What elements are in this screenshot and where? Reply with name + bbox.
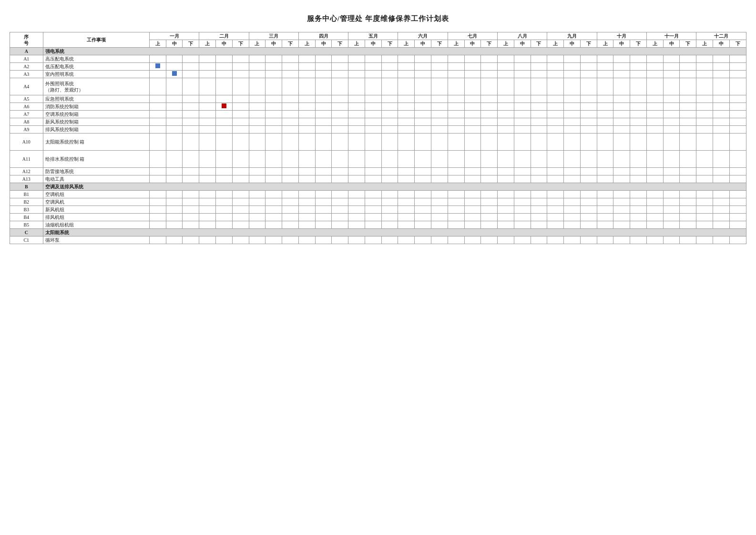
cell-m11-s2 <box>663 55 680 63</box>
label-B1: 空调机组 <box>43 191 149 198</box>
cell-m8-s1 <box>498 134 514 151</box>
cell-m9-s1 <box>547 78 564 95</box>
cell-m5-s3 <box>381 118 398 126</box>
cell-m9-s2 <box>564 103 581 111</box>
cell-m4-s3 <box>332 55 348 63</box>
cell-m10-s2 <box>613 221 630 229</box>
cell-m12-s1 <box>696 198 713 206</box>
cell-m5-s1 <box>348 103 365 111</box>
cell-m10-s1 <box>597 151 613 168</box>
header-month-3: 三月 <box>249 32 298 40</box>
cell-m4-s2 <box>315 55 332 63</box>
cell-m5-s1 <box>348 214 365 221</box>
cell-m11-s3 <box>680 221 696 229</box>
cell-m5-s1 <box>348 221 365 229</box>
cell-m12-s1 <box>696 214 713 221</box>
sub-12-1: 上 <box>696 40 713 48</box>
group-label-A: 强电系统 <box>43 48 746 55</box>
cell-m4-s3 <box>332 126 348 134</box>
cell-m4-s3 <box>332 78 348 95</box>
cell-m4-s1 <box>298 175 315 183</box>
group-row-A: A强电系统 <box>10 48 746 55</box>
cell-m4-s1 <box>298 198 315 206</box>
cell-m5-s2 <box>365 103 381 111</box>
cell-m11-s2 <box>663 71 680 78</box>
cell-m8-s3 <box>531 55 547 63</box>
cell-m4-s1 <box>298 95 315 103</box>
cell-m12-s3 <box>729 71 746 78</box>
cell-m7-s1 <box>448 198 464 206</box>
seq-A6: A6 <box>10 103 43 111</box>
cell-m4-s3 <box>332 71 348 78</box>
sub-7-1: 上 <box>448 40 464 48</box>
cell-m12-s1 <box>696 78 713 95</box>
cell-m3-s3 <box>282 95 299 103</box>
header-month-4: 四月 <box>298 32 348 40</box>
cell-m2-s1 <box>199 175 216 183</box>
cell-m8-s1 <box>498 111 514 118</box>
label-A4: 外围照明系统 （路灯、景观灯） <box>43 78 149 95</box>
cell-m12-s1 <box>696 191 713 198</box>
cell-m3-s2 <box>266 78 282 95</box>
cell-m6-s1 <box>398 78 415 95</box>
cell-m8-s3 <box>531 103 547 111</box>
cell-m9-s3 <box>580 63 597 71</box>
item-row-B5: B5油烟机组机组 <box>10 221 746 229</box>
seq-B3: B3 <box>10 206 43 214</box>
cell-m9-s2 <box>564 221 581 229</box>
seq-A12: A12 <box>10 168 43 175</box>
cell-m10-s3 <box>630 55 647 63</box>
cell-m6-s2 <box>415 63 431 71</box>
cell-m7-s1 <box>448 175 464 183</box>
cell-m6-s2 <box>415 221 431 229</box>
item-row-B3: B3新风机组 <box>10 206 746 214</box>
cell-m2-s3 <box>232 214 249 221</box>
cell-m9-s3 <box>580 151 597 168</box>
cell-m10-s1 <box>597 214 613 221</box>
cell-m12-s1 <box>696 118 713 126</box>
sub-5-3: 下 <box>381 40 398 48</box>
cell-m4-s3 <box>332 221 348 229</box>
cell-m9-s2 <box>564 95 581 103</box>
cell-m5-s1 <box>348 134 365 151</box>
cell-m9-s2 <box>564 206 581 214</box>
cell-m8-s2 <box>514 103 531 111</box>
cell-m7-s2 <box>464 237 481 244</box>
cell-m2-s2 <box>216 214 233 221</box>
cell-m2-s3 <box>232 118 249 126</box>
cell-m7-s3 <box>481 198 498 206</box>
cell-m7-s3 <box>481 237 498 244</box>
cell-m8-s1 <box>498 214 514 221</box>
cell-m11-s3 <box>680 191 696 198</box>
cell-m4-s3 <box>332 214 348 221</box>
cell-m5-s1 <box>348 168 365 175</box>
cell-m6-s2 <box>415 214 431 221</box>
cell-m6-s1 <box>398 206 415 214</box>
cell-m4-s2 <box>315 103 332 111</box>
cell-m6-s1 <box>398 118 415 126</box>
cell-m5-s1 <box>348 151 365 168</box>
cell-m6-s2 <box>415 103 431 111</box>
cell-m8-s3 <box>531 63 547 71</box>
cell-m8-s3 <box>531 175 547 183</box>
cell-m9-s3 <box>580 95 597 103</box>
cell-m7-s3 <box>481 78 498 95</box>
cell-m9-s2 <box>564 78 581 95</box>
item-row-B4: B4排风机组 <box>10 214 746 221</box>
cell-m8-s3 <box>531 206 547 214</box>
header-month-10: 十月 <box>597 32 646 40</box>
cell-m7-s2 <box>464 55 481 63</box>
cell-m3-s2 <box>266 118 282 126</box>
cell-m9-s2 <box>564 71 581 78</box>
cell-m7-s1 <box>448 118 464 126</box>
item-row-A10: A10太阳能系统控制 箱 <box>10 134 746 151</box>
sub-2-1: 上 <box>199 40 216 48</box>
cell-m10-s3 <box>630 237 647 244</box>
cell-m1-s1 <box>149 111 166 118</box>
cell-m1-s2 <box>166 134 183 151</box>
cell-m11-s2 <box>663 134 680 151</box>
cell-m7-s2 <box>464 198 481 206</box>
cell-m1-s2 <box>166 63 183 71</box>
cell-m8-s1 <box>498 206 514 214</box>
cell-m10-s2 <box>613 55 630 63</box>
